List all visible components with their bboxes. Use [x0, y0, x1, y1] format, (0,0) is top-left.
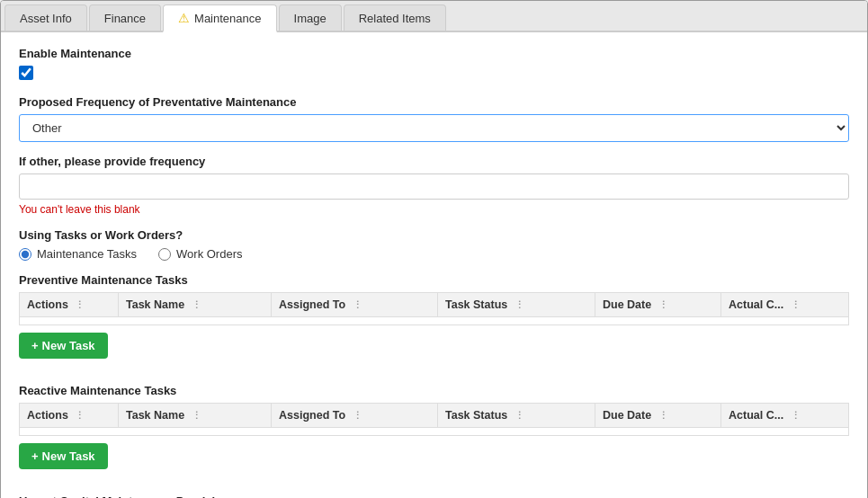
reactive-new-task-button[interactable]: + New Task — [19, 443, 108, 469]
reactive-col-actual-handle[interactable]: ⋮ — [791, 410, 801, 421]
preventive-empty-row — [20, 317, 849, 325]
proposed-frequency-section: Proposed Frequency of Preventative Maint… — [19, 95, 849, 142]
reactive-col-actions-handle[interactable]: ⋮ — [75, 410, 85, 421]
preventive-new-task-label: New Task — [42, 339, 95, 352]
reactive-col-assigned-handle[interactable]: ⋮ — [353, 410, 362, 421]
enable-maintenance-checkbox-wrapper — [19, 66, 849, 83]
preventive-col-duedate-handle[interactable]: ⋮ — [658, 299, 668, 310]
radio-maintenance-tasks-input[interactable] — [19, 248, 31, 261]
preventive-new-task-button[interactable]: + New Task — [19, 333, 108, 359]
preventive-col-actions: Actions ⋮ — [20, 293, 119, 317]
task-type-section: Using Tasks or Work Orders? Maintenance … — [19, 228, 849, 261]
tab-bar: Asset Info Finance ⚠ Maintenance Image R… — [1, 1, 867, 32]
preventive-col-actual-handle[interactable]: ⋮ — [791, 299, 801, 310]
main-window: Asset Info Finance ⚠ Maintenance Image R… — [0, 0, 868, 498]
radio-maintenance-tasks[interactable]: Maintenance Tasks — [19, 247, 137, 261]
tab-image[interactable]: Image — [279, 4, 342, 31]
radio-maintenance-tasks-label: Maintenance Tasks — [37, 247, 137, 261]
tab-related-items-label: Related Items — [359, 12, 431, 25]
task-type-label: Using Tasks or Work Orders? — [19, 228, 849, 242]
reactive-col-taskname: Task Name ⋮ — [119, 404, 272, 428]
if-other-error: You can't leave this blank — [19, 203, 849, 216]
preventive-col-status: Task Status ⋮ — [438, 293, 595, 317]
reactive-col-status: Task Status ⋮ — [438, 404, 595, 428]
reactive-tasks-section: Reactive Maintenance Tasks Actions ⋮ Tas… — [19, 384, 849, 482]
preventive-table-header-row: Actions ⋮ Task Name ⋮ Assigned To ⋮ Ta — [20, 293, 849, 317]
preventive-col-assigned: Assigned To ⋮ — [272, 293, 438, 317]
reactive-col-actual: Actual C... ⋮ — [721, 404, 849, 428]
urgent-capital-label: Urgent Capital Maintenance Provision — [19, 494, 849, 498]
preventive-new-task-icon: + — [31, 339, 39, 352]
reactive-col-duedate: Due Date ⋮ — [595, 404, 721, 428]
reactive-tasks-body — [20, 428, 849, 436]
if-other-section: If other, please provide frequency You c… — [19, 155, 849, 216]
preventive-col-assigned-handle[interactable]: ⋮ — [353, 299, 362, 310]
warning-icon: ⚠ — [178, 11, 190, 25]
tab-asset-info[interactable]: Asset Info — [4, 4, 87, 31]
preventive-tasks-body — [20, 317, 849, 325]
preventive-col-taskname: Task Name ⋮ — [119, 293, 272, 317]
reactive-col-taskname-handle[interactable]: ⋮ — [192, 410, 201, 421]
reactive-col-duedate-handle[interactable]: ⋮ — [658, 410, 668, 421]
radio-group: Maintenance Tasks Work Orders — [19, 247, 849, 261]
reactive-col-assigned: Assigned To ⋮ — [272, 404, 438, 428]
preventive-col-actual: Actual C... ⋮ — [721, 293, 849, 317]
reactive-col-status-handle[interactable]: ⋮ — [515, 410, 524, 421]
if-other-label: If other, please provide frequency — [19, 155, 849, 168]
tab-finance[interactable]: Finance — [89, 4, 161, 31]
enable-maintenance-checkbox[interactable] — [19, 66, 33, 80]
reactive-new-task-icon: + — [31, 449, 39, 463]
preventive-tasks-section: Preventive Maintenance Tasks Actions ⋮ T… — [19, 273, 849, 371]
tab-maintenance[interactable]: ⚠ Maintenance — [163, 4, 276, 32]
urgent-capital-section: Urgent Capital Maintenance Provision ▲ ▼ — [19, 494, 849, 498]
tab-image-label: Image — [294, 12, 327, 25]
radio-work-orders-input[interactable] — [158, 248, 171, 261]
enable-maintenance-section: Enable Maintenance — [19, 47, 849, 83]
reactive-tasks-title: Reactive Maintenance Tasks — [19, 384, 849, 397]
tab-finance-label: Finance — [104, 12, 146, 25]
radio-work-orders[interactable]: Work Orders — [158, 247, 242, 261]
proposed-frequency-label: Proposed Frequency of Preventative Maint… — [19, 95, 849, 109]
tab-asset-info-label: Asset Info — [20, 12, 72, 25]
reactive-new-task-label: New Task — [42, 449, 95, 463]
reactive-empty-row — [20, 428, 849, 436]
content-area: Enable Maintenance Proposed Frequency of… — [1, 32, 867, 498]
tab-maintenance-label: Maintenance — [194, 12, 261, 25]
tab-related-items[interactable]: Related Items — [344, 4, 446, 31]
reactive-col-actions: Actions ⋮ — [20, 404, 119, 428]
preventive-tasks-title: Preventive Maintenance Tasks — [19, 273, 849, 287]
radio-work-orders-label: Work Orders — [176, 247, 242, 261]
enable-maintenance-label: Enable Maintenance — [19, 47, 849, 60]
preventive-col-actions-handle[interactable]: ⋮ — [75, 299, 85, 310]
preventive-col-taskname-handle[interactable]: ⋮ — [192, 299, 201, 310]
preventive-col-duedate: Due Date ⋮ — [595, 293, 721, 317]
if-other-input[interactable] — [19, 173, 849, 200]
reactive-table-header-row: Actions ⋮ Task Name ⋮ Assigned To ⋮ Ta — [20, 404, 849, 428]
preventive-tasks-table: Actions ⋮ Task Name ⋮ Assigned To ⋮ Ta — [19, 292, 849, 325]
reactive-tasks-table: Actions ⋮ Task Name ⋮ Assigned To ⋮ Ta — [19, 403, 849, 436]
proposed-frequency-select[interactable]: Other Daily Weekly Monthly Quarterly Ann… — [19, 114, 849, 142]
preventive-col-status-handle[interactable]: ⋮ — [515, 299, 524, 310]
